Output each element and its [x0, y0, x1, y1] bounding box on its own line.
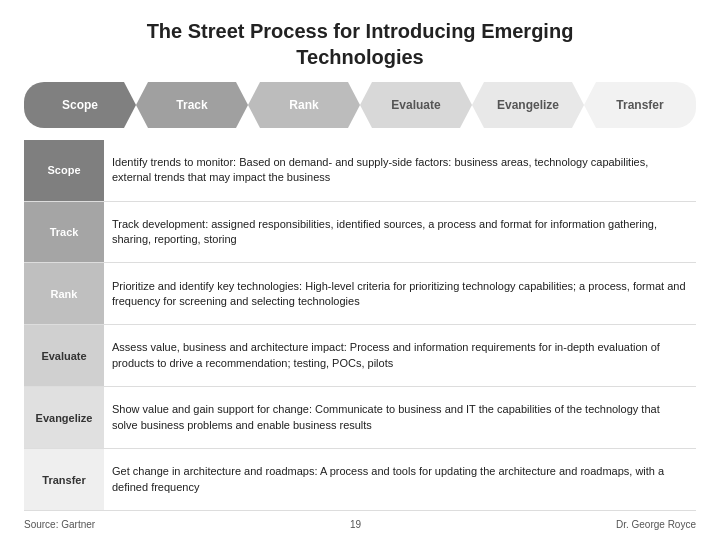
row-label-rank: Rank: [24, 263, 104, 325]
table-row: Evaluate Assess value, business and arch…: [24, 325, 696, 387]
info-table: Scope Identify trends to monitor: Based …: [24, 140, 696, 511]
process-step-evaluate: Evaluate: [360, 82, 472, 128]
process-step-scope: Scope: [24, 82, 136, 128]
row-desc-transfer: Get change in architecture and roadmaps:…: [104, 449, 696, 511]
row-label-scope: Scope: [24, 140, 104, 201]
process-step-track: Track: [136, 82, 248, 128]
row-label-evangelize: Evangelize: [24, 387, 104, 449]
table-row: Scope Identify trends to monitor: Based …: [24, 140, 696, 201]
process-step-evangelize: Evangelize: [472, 82, 584, 128]
table-row: Track Track development: assigned respon…: [24, 201, 696, 263]
row-desc-scope: Identify trends to monitor: Based on dem…: [104, 140, 696, 201]
process-bar: Scope Track Rank Evaluate Evangelize Tra…: [24, 82, 696, 128]
row-desc-evangelize: Show value and gain support for change: …: [104, 387, 696, 449]
row-desc-evaluate: Assess value, business and architecture …: [104, 325, 696, 387]
footer: Source: Gartner 19 Dr. George Royce: [24, 519, 696, 530]
row-label-transfer: Transfer: [24, 449, 104, 511]
table-row: Evangelize Show value and gain support f…: [24, 387, 696, 449]
process-step-rank: Rank: [248, 82, 360, 128]
page-number: 19: [350, 519, 361, 530]
source-label: Source: Gartner: [24, 519, 95, 530]
row-desc-rank: Prioritize and identify key technologies…: [104, 263, 696, 325]
row-label-track: Track: [24, 201, 104, 263]
author-label: Dr. George Royce: [616, 519, 696, 530]
row-desc-track: Track development: assigned responsibili…: [104, 201, 696, 263]
row-label-evaluate: Evaluate: [24, 325, 104, 387]
page-title: The Street Process for Introducing Emerg…: [24, 18, 696, 70]
table-row: Transfer Get change in architecture and …: [24, 449, 696, 511]
process-step-transfer: Transfer: [584, 82, 696, 128]
table-row: Rank Prioritize and identify key technol…: [24, 263, 696, 325]
page: The Street Process for Introducing Emerg…: [0, 0, 720, 540]
